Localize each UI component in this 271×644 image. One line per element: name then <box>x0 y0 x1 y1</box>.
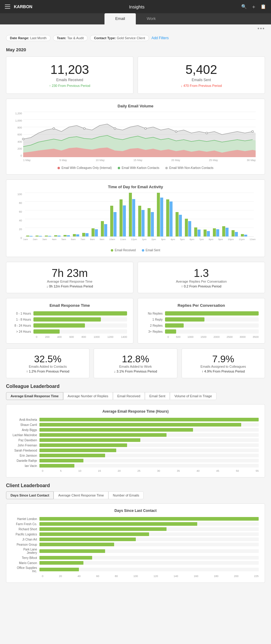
tod-bar-recv-6pm <box>185 219 188 236</box>
client-fill-pearson <box>39 543 114 546</box>
rt-down-arrow <box>46 284 49 288</box>
colleague-tab-received[interactable]: Email Received <box>113 392 145 400</box>
tod-bar-recv-7am <box>82 233 85 236</box>
tod-y-80: 80 <box>19 201 22 205</box>
replies-hbar-fill-3plus <box>165 329 176 334</box>
emails-colleagues-card: 7.9% Emails Assigned to Colleagues 4.9% … <box>182 348 265 378</box>
notes-icon[interactable]: 📋 <box>260 4 266 9</box>
tod-bar-sent-10pm <box>226 228 229 236</box>
lb-fill-lachlan <box>39 433 167 437</box>
colleague-leaderboard-card: Average Email Response Time (Hours) Andi… <box>6 404 265 477</box>
tod-bar-recv-8pm <box>204 230 207 236</box>
tod-chart-title: Time of Day for Email Activity <box>12 185 259 189</box>
hbar-label-1-8h: 1 - 8 Hours <box>12 318 33 321</box>
top-bar: KARBON Insights 🔍 ＋ 📋 <box>0 0 271 13</box>
replies-hbar-label-2: 2 Replies <box>144 324 165 327</box>
filter-contact-type[interactable]: Contact Type: Gold Service Client <box>90 35 149 41</box>
tod-y-40: 40 <box>19 219 22 222</box>
client-fill-park <box>39 549 105 553</box>
tod-y-60: 60 <box>19 210 22 213</box>
page-content: May 2020 11,203 Emails Received 230 From… <box>0 44 271 591</box>
y-label-200: 200 <box>17 147 22 150</box>
add-icon[interactable]: ＋ <box>251 3 256 10</box>
hbar-track-24h <box>33 329 127 334</box>
lb-fill-sarah <box>39 449 116 452</box>
svg-point-9 <box>22 138 24 140</box>
svg-point-12 <box>114 128 116 129</box>
colleague-leaderboard-tabs: Average Email Response Time Average Numb… <box>6 392 265 400</box>
tod-bar-sent-12am <box>244 235 247 236</box>
app-logo-area: KARBON <box>5 4 32 9</box>
add-filters-link[interactable]: Add Filters <box>151 36 169 40</box>
tod-bar-recv-1pm <box>138 206 141 236</box>
svg-point-11 <box>83 128 85 129</box>
colleague-chart-title: Average Email Response Time (Hours) <box>12 409 259 414</box>
y-label-0: 0 <box>20 154 22 157</box>
tod-bar-recv-9am <box>101 221 104 236</box>
lb-fill-andi <box>39 418 259 421</box>
tod-bar-recv-7pm <box>194 227 197 236</box>
filter-date-range[interactable]: Date Range: Last Month <box>6 35 51 41</box>
lb-name-danielle: Danielle Rathje <box>12 459 39 462</box>
response-time-change: 0h 12m From Previous Period <box>12 284 127 288</box>
tod-bar-recv-5am <box>64 235 67 236</box>
lb-fill-danielle <box>39 459 83 462</box>
client-name-park: Park Lane Jewlery <box>12 548 39 554</box>
y-label-1200: 1,200 <box>15 112 22 115</box>
y-label-400: 400 <box>17 140 22 143</box>
client-row-office: Office Supplies Inc. <box>12 566 259 573</box>
hbar-row-24h: > 24 Hours <box>12 329 127 334</box>
up-arrow-icon <box>49 84 52 87</box>
client-row-jichan: Ji Chan Art <box>12 538 259 541</box>
more-options-button[interactable]: ••• <box>257 26 265 32</box>
lb-row-lachlan: Lachlan Macindoe <box>12 433 259 437</box>
colleague-tab-replies[interactable]: Average Number of Replies <box>63 392 113 400</box>
tab-email[interactable]: Email <box>104 13 136 24</box>
colleague-tab-sent[interactable]: Email Sent <box>145 392 170 400</box>
hbar-fill-1-8h <box>33 317 101 322</box>
replies-x-axis: 0 500 1000 1500 2000 2500 3000 3500 <box>167 335 259 338</box>
client-track-richard <box>39 527 259 531</box>
tod-bar-recv-1am <box>26 236 29 236</box>
lb-name-shaun: Shaun Carril <box>12 423 39 427</box>
replies-hbar-row-2: 2 Replies <box>144 323 259 328</box>
daily-chart-title: Daily Email Volume <box>12 104 259 108</box>
y-label-600: 600 <box>17 133 22 136</box>
client-leaderboard-tabs: Days Since Last Contact Average Client R… <box>6 491 265 499</box>
tab-work[interactable]: Work <box>136 13 167 24</box>
colleague-tab-triage[interactable]: Volume of Email in Triage <box>170 392 216 400</box>
lb-track-erin <box>39 454 259 457</box>
response-time-card: 7h 23m Average Email Response Time 0h 12… <box>6 262 133 293</box>
tab-bar: Email Work <box>0 13 271 24</box>
x-label-1may: 1 May <box>23 159 31 162</box>
client-chart-title: Days Since Last Contact <box>12 509 259 513</box>
hbar-row-8-24h: 8 - 24 Hours <box>12 323 127 328</box>
client-tab-response[interactable]: Average Client Response Time <box>54 491 108 499</box>
colleague-leaderboard-title: Colleague Leaderboard <box>6 384 265 389</box>
filter-team[interactable]: Team: Tax & Audit <box>53 35 88 41</box>
client-fill-richard <box>39 527 167 531</box>
colleague-tab-response-time[interactable]: Average Email Response Time <box>6 392 63 400</box>
client-tab-emails[interactable]: Number of Emails <box>108 491 144 499</box>
client-track-jichan <box>39 538 259 541</box>
client-row-farm: Farm Fresh Co. <box>12 522 259 526</box>
lb-row-danielle: Danielle Rathje <box>12 459 259 462</box>
client-leaderboard-title: Client Leaderboard <box>6 483 265 488</box>
replies-hbar-fill-2 <box>165 323 184 328</box>
lb-row-andy: Andy Biggs <box>12 428 259 432</box>
client-track-pearson <box>39 543 259 546</box>
svg-point-16 <box>252 131 254 132</box>
client-row-terry: Terry Bifoot <box>12 556 259 560</box>
svg-point-13 <box>145 128 146 129</box>
client-name-mario: Mario Carson <box>12 561 39 565</box>
emails-work-card: 12.8% Emails Added to Work 3.1% From Pre… <box>94 348 177 378</box>
search-icon[interactable]: 🔍 <box>241 4 247 9</box>
lb-track-andy <box>39 428 259 432</box>
legend-dot-karbon <box>118 167 120 169</box>
tod-bar-recv-3pm <box>157 193 160 236</box>
lb-track-ian <box>39 464 259 468</box>
client-tab-days[interactable]: Days Since Last Contact <box>6 491 54 499</box>
client-name-richard: Richard Short <box>12 528 39 531</box>
replies-hbar-track-3plus <box>165 329 259 334</box>
hamburger-icon[interactable] <box>5 5 10 9</box>
